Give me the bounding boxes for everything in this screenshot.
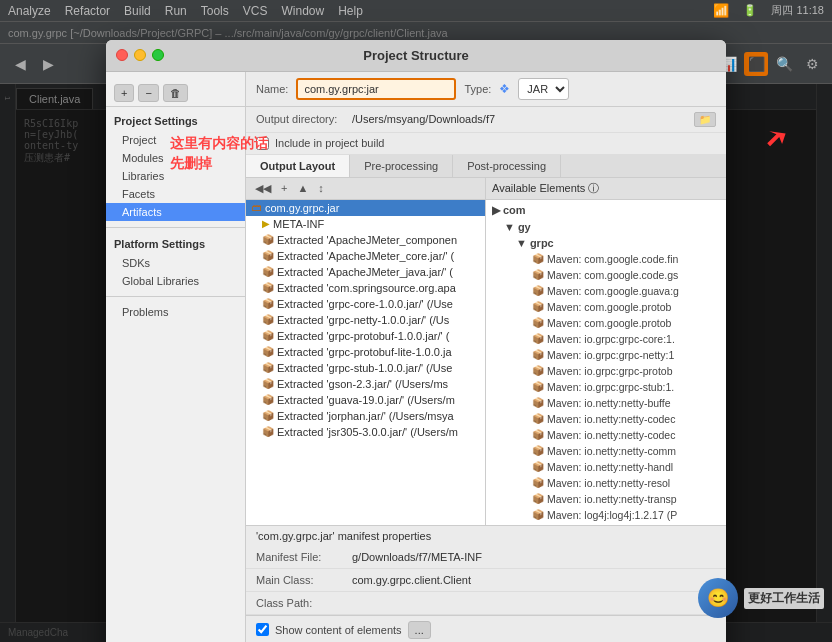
nav-delete-btn[interactable]: 🗑 [163,84,188,102]
minimize-window-btn[interactable] [134,49,146,61]
tree-item-extracted-2[interactable]: 📦 Extracted 'ApacheJMeter_core.jar/' ( [246,248,485,264]
search-btn[interactable]: 🔍 [772,52,796,76]
tree-item-extracted-9[interactable]: 📦 Extracted 'grpc-stub-1.0.0.jar/' (/Use [246,360,485,376]
menu-help[interactable]: Help [338,4,363,18]
nav-modules[interactable]: Modules [106,149,245,167]
elements-item-14[interactable]: 📦 Maven: io.netty:netty-resol [520,475,720,491]
elements-item-3[interactable]: 📦 Maven: com.google.protob [520,299,720,315]
tree-item-ext3-label: Extracted 'ApacheJMeter_java.jar/' ( [277,266,453,278]
elements-item-8[interactable]: 📦 Maven: io.grpc:grpc-stub:1. [520,379,720,395]
elements-item-5[interactable]: 📦 Maven: io.grpc:grpc-core:1. [520,331,720,347]
tab-pre-processing[interactable]: Pre-processing [350,155,453,177]
maven-icon-15: 📦 [532,493,544,504]
main-class-label: Main Class: [256,574,346,586]
tree-item-extracted-6[interactable]: 📦 Extracted 'grpc-netty-1.0.0.jar/' (/Us [246,312,485,328]
tab-output-layout[interactable]: Output Layout [246,155,350,177]
tree-item-extracted-5[interactable]: 📦 Extracted 'grpc-core-1.0.0.jar/' (/Use [246,296,485,312]
menu-tools[interactable]: Tools [201,4,229,18]
tree-item-extracted-1[interactable]: 📦 Extracted 'ApacheJMeter_componen [246,232,485,248]
tree-collapse-btn[interactable]: ◀◀ [252,181,274,196]
nav-global-libraries[interactable]: Global Libraries [106,272,245,290]
tree-item-extracted-11[interactable]: 📦 Extracted 'guava-19.0.jar/' (/Users/m [246,392,485,408]
project-structure-modal: Project Structure + − 🗑 Project Settings… [106,40,726,643]
tree-item-ext4-label: Extracted 'com.springsource.org.apa [277,282,456,294]
menu-vcs[interactable]: VCS [243,4,268,18]
maximize-window-btn[interactable] [152,49,164,61]
nav-add-btn[interactable]: + [114,84,134,102]
nav-sdks[interactable]: SDKs [106,254,245,272]
nav-artifacts[interactable]: Artifacts [106,203,245,221]
forward-btn[interactable]: ▶ [36,52,60,76]
tab-post-processing[interactable]: Post-processing [453,155,561,177]
tree-sort-btn[interactable]: ↕ [315,181,327,195]
nav-problems[interactable]: Problems [106,303,245,321]
left-tree-panel[interactable]: ◀◀ + ▲ ↕ 🗃 com.gy.grpc.jar [246,178,486,525]
elements-grpc-header[interactable]: ▼ grpc [516,235,720,251]
show-content-settings-btn[interactable]: ... [408,621,431,639]
nav-libraries[interactable]: Libraries [106,167,245,185]
include-build-label: Include in project build [275,137,384,149]
elements-com-header[interactable]: ▶ com [492,202,720,219]
lib-icon-2: 📦 [262,250,274,261]
tree-item-extracted-12[interactable]: 📦 Extracted 'jorphan.jar/' (/Users/msya [246,408,485,424]
elements-item-16[interactable]: 📦 Maven: log4j:log4j:1.2.17 (P [520,507,720,523]
include-build-checkbox[interactable] [256,137,269,150]
tree-item-jar[interactable]: 🗃 com.gy.grpc.jar [246,200,485,216]
traffic-lights [116,49,164,61]
project-settings-section: Project Settings [106,111,245,131]
tree-add-btn[interactable]: + [278,181,290,195]
tree-up-btn[interactable]: ▲ [294,181,311,195]
type-select[interactable]: JAR [518,78,569,100]
tree-item-extracted-3[interactable]: 📦 Extracted 'ApacheJMeter_java.jar/' ( [246,264,485,280]
elements-item-11[interactable]: 📦 Maven: io.netty:netty-codec [520,427,720,443]
tree-item-extracted-7[interactable]: 📦 Extracted 'grpc-protobuf-1.0.0.jar/' ( [246,328,485,344]
gy-label: gy [518,221,531,233]
elements-item-15[interactable]: 📦 Maven: io.netty:netty-transp [520,491,720,507]
tree-item-meta-inf[interactable]: ▶ META-INF [246,216,485,232]
grpc-folder-icon: ▼ [516,237,527,249]
menu-run[interactable]: Run [165,4,187,18]
menu-build[interactable]: Build [124,4,151,18]
tree-item-extracted-4[interactable]: 📦 Extracted 'com.springsource.org.apa [246,280,485,296]
back-btn[interactable]: ◀ [8,52,32,76]
lib-icon-5: 📦 [262,298,274,309]
output-dir-browse-btn[interactable]: 📁 [694,112,716,127]
tree-item-extracted-10[interactable]: 📦 Extracted 'gson-2.3.jar/' (/Users/ms [246,376,485,392]
elements-item-6[interactable]: 📦 Maven: io.grpc:grpc-netty:1 [520,347,720,363]
nav-facets[interactable]: Facets [106,185,245,203]
nav-remove-btn[interactable]: − [138,84,158,102]
output-dir-row: Output directory: /Users/msyang/Download… [246,107,726,133]
type-icon: ❖ [499,82,510,96]
elements-item-0[interactable]: 📦 Maven: com.google.code.fin [520,251,720,267]
elements-item-10[interactable]: 📦 Maven: io.netty:netty-codec [520,411,720,427]
battery-icon: 🔋 [743,4,757,17]
elements-item-13[interactable]: 📦 Maven: io.netty:netty-handl [520,459,720,475]
name-input[interactable] [296,78,456,100]
tree-item-ext13-label: Extracted 'jsr305-3.0.0.jar/' (/Users/m [277,426,458,438]
settings-btn[interactable]: ⚙ [800,52,824,76]
elements-gy-header[interactable]: ▼ gy [504,219,720,235]
show-content-label: Show content of elements [275,624,402,636]
menu-window[interactable]: Window [281,4,324,18]
menu-analyze[interactable]: Analyze [8,4,51,18]
tree-item-extracted-13[interactable]: 📦 Extracted 'jsr305-3.0.0.jar/' (/Users/… [246,424,485,440]
tree-item-ext6-label: Extracted 'grpc-netty-1.0.0.jar/' (/Us [277,314,449,326]
elements-item-12[interactable]: 📦 Maven: io.netty:netty-comm [520,443,720,459]
available-elements-label: Available Elements ⓘ [492,181,599,196]
structure-btn[interactable]: ⬛ [744,52,768,76]
folder-icon: ▶ [262,218,270,229]
elements-item-7[interactable]: 📦 Maven: io.grpc:grpc-protob [520,363,720,379]
elements-item-4[interactable]: 📦 Maven: com.google.protob [520,315,720,331]
right-elements-panel[interactable]: Available Elements ⓘ ▶ com ▼ [486,178,726,525]
show-content-checkbox[interactable] [256,623,269,636]
tree-item-extracted-8[interactable]: 📦 Extracted 'grpc-protobuf-lite-1.0.0.ja [246,344,485,360]
class-path-label: Class Path: [256,597,346,609]
menu-refactor[interactable]: Refactor [65,4,110,18]
close-window-btn[interactable] [116,49,128,61]
elements-item-2[interactable]: 📦 Maven: com.google.guava:g [520,283,720,299]
modal-tabs: Output Layout Pre-processing Post-proces… [246,155,726,178]
elements-item-1[interactable]: 📦 Maven: com.google.code.gs [520,267,720,283]
elements-item-9[interactable]: 📦 Maven: io.netty:netty-buffe [520,395,720,411]
manifest-section: 'com.gy.grpc.jar' manifest properties [246,525,726,546]
nav-project[interactable]: Project [106,131,245,149]
